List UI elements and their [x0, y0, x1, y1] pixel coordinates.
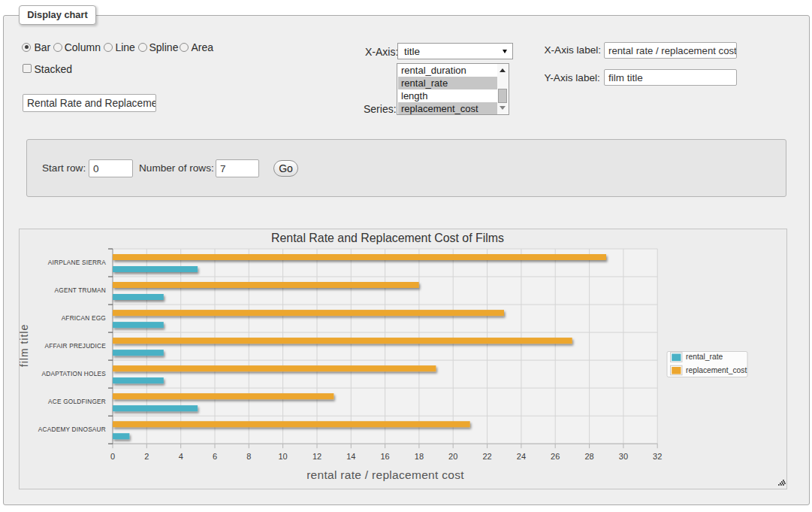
svg-text:AGENT TRUMAN: AGENT TRUMAN — [55, 286, 106, 294]
svg-text:20: 20 — [448, 452, 457, 461]
svg-text:18: 18 — [415, 452, 424, 461]
svg-text:12: 12 — [312, 452, 321, 461]
svg-text:10: 10 — [278, 452, 287, 461]
svg-text:Rental Rate and Replacement Co: Rental Rate and Replacement Cost of Film… — [271, 232, 504, 244]
svg-text:22: 22 — [482, 452, 491, 461]
svg-text:16: 16 — [380, 452, 389, 461]
svg-text:AFFAIR PREJUDICE: AFFAIR PREJUDICE — [44, 342, 106, 350]
svg-text:AIRPLANE SIERRA: AIRPLANE SIERRA — [48, 259, 107, 266]
svg-text:32: 32 — [653, 452, 662, 461]
svg-text:AFRICAN EGG: AFRICAN EGG — [62, 314, 106, 322]
svg-text:8: 8 — [246, 452, 251, 461]
svg-text:rental_rate: rental_rate — [686, 353, 723, 361]
svg-text:4: 4 — [179, 452, 183, 461]
svg-text:28: 28 — [584, 452, 593, 461]
svg-text:24: 24 — [517, 452, 526, 461]
svg-text:14: 14 — [346, 452, 355, 461]
svg-text:film title: film title — [20, 324, 30, 367]
svg-text:ADAPTATION HOLES: ADAPTATION HOLES — [42, 370, 107, 377]
svg-text:6: 6 — [213, 452, 217, 461]
svg-text:ACE GOLDFINGER: ACE GOLDFINGER — [48, 398, 106, 405]
svg-text:0: 0 — [110, 452, 115, 461]
svg-text:ACADEMY DINOSAUR: ACADEMY DINOSAUR — [38, 426, 106, 433]
svg-text:rental rate / replacement cost: rental rate / replacement cost — [306, 468, 464, 481]
svg-text:30: 30 — [619, 452, 628, 461]
svg-text:2: 2 — [144, 452, 149, 461]
svg-text:26: 26 — [551, 452, 560, 461]
svg-text:replacement_cost: replacement_cost — [686, 366, 747, 374]
